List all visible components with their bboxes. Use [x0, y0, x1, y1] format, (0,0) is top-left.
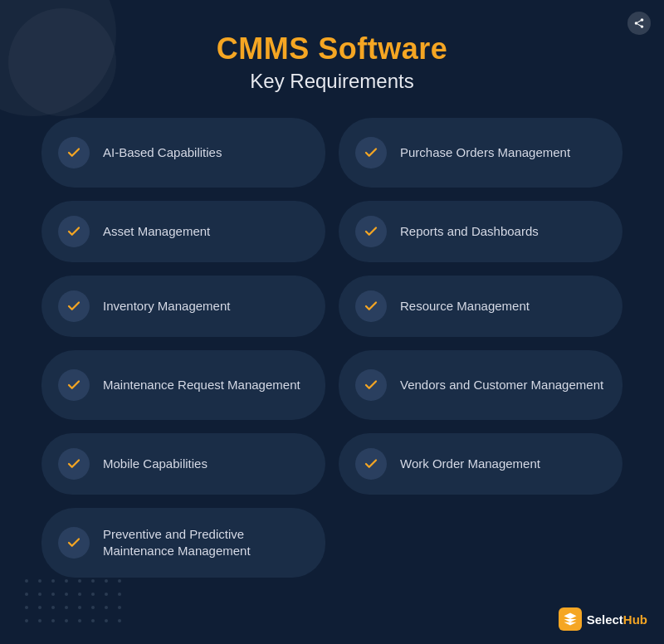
share-icon	[633, 17, 645, 29]
check-circle-reports	[355, 216, 387, 247]
decoration-dot	[105, 593, 108, 596]
decoration-dot	[25, 619, 28, 622]
item-card-ai-based: AI-Based Capabilities	[42, 118, 325, 188]
check-circle-inventory	[58, 290, 90, 322]
requirements-grid: AI-Based Capabilities Purchase Orders Ma…	[0, 110, 664, 594]
decoration-dot	[51, 619, 55, 622]
decoration-dot	[51, 606, 55, 609]
decoration-dot	[78, 593, 81, 596]
check-circle-vendors	[355, 369, 387, 401]
check-circle-asset	[58, 216, 90, 247]
dots-decoration	[25, 579, 126, 627]
check-icon	[364, 224, 378, 239]
decoration-dot	[51, 593, 55, 596]
check-icon	[364, 456, 378, 471]
item-label-inventory: Inventory Management	[103, 298, 230, 315]
check-icon	[66, 535, 81, 550]
item-label-preventive: Preventive and Predictive Maintenance Ma…	[103, 526, 309, 560]
decoration-dot	[51, 579, 55, 583]
decoration-dot	[25, 606, 28, 609]
check-circle-resource	[355, 290, 387, 322]
decoration-dot	[65, 593, 68, 596]
decoration-dot	[65, 606, 68, 609]
decoration-dot	[105, 579, 108, 583]
check-icon	[66, 224, 81, 239]
item-card-maintenance-request: Maintenance Request Management	[42, 350, 325, 420]
decoration-dot	[105, 619, 108, 622]
item-label-purchase-orders: Purchase Orders Management	[400, 144, 570, 161]
bg-circle-inner	[8, 8, 116, 116]
item-label-asset: Asset Management	[103, 223, 210, 240]
selecthub-logo-icon	[563, 612, 578, 627]
decoration-dot	[38, 619, 42, 622]
item-card-mobile: Mobile Capabilities	[42, 433, 325, 495]
decoration-dot	[91, 579, 95, 583]
empty-cell	[339, 508, 622, 578]
item-card-inventory: Inventory Management	[42, 276, 325, 337]
check-icon	[364, 378, 378, 393]
decoration-dot	[105, 606, 108, 609]
item-label-resource: Resource Management	[400, 298, 530, 315]
item-card-reports: Reports and Dashboards	[339, 201, 622, 262]
check-circle-preventive	[58, 527, 90, 559]
item-card-work-order: Work Order Management	[339, 433, 622, 495]
decoration-dot	[91, 606, 95, 609]
selecthub-icon	[559, 607, 582, 631]
check-icon	[364, 299, 378, 314]
check-icon	[66, 299, 81, 314]
decoration-dot	[65, 619, 68, 622]
item-label-vendors: Vendors and Customer Management	[400, 377, 603, 393]
selecthub-logo: SelectHub	[559, 607, 647, 631]
item-card-asset: Asset Management	[42, 201, 325, 262]
decoration-dot	[38, 606, 42, 609]
selecthub-brand-text: SelectHub	[587, 612, 647, 627]
check-icon	[66, 378, 81, 393]
check-circle-purchase-orders	[355, 137, 387, 168]
decoration-dot	[25, 593, 28, 596]
check-circle-mobile	[58, 448, 90, 480]
decoration-dot	[65, 579, 68, 583]
decoration-dot	[38, 593, 42, 596]
check-icon	[364, 145, 378, 160]
decoration-dot	[118, 593, 121, 596]
item-label-reports: Reports and Dashboards	[400, 223, 539, 240]
check-circle-work-order	[355, 448, 387, 480]
decoration-dot	[118, 579, 121, 583]
item-card-preventive: Preventive and Predictive Maintenance Ma…	[42, 508, 325, 578]
item-label-ai-based: AI-Based Capabilities	[103, 144, 222, 161]
item-card-vendors: Vendors and Customer Management	[339, 350, 622, 420]
item-label-mobile: Mobile Capabilities	[103, 456, 208, 472]
check-circle-maintenance-request	[58, 369, 90, 401]
check-icon	[66, 145, 81, 160]
check-circle-ai-based	[58, 137, 90, 168]
decoration-dot	[78, 606, 81, 609]
item-card-resource: Resource Management	[339, 276, 622, 337]
check-icon	[66, 456, 81, 471]
item-label-maintenance-request: Maintenance Request Management	[103, 377, 300, 393]
decoration-dot	[78, 579, 81, 583]
decoration-dot	[38, 579, 42, 583]
decoration-dot	[91, 593, 95, 596]
decoration-dot	[78, 619, 81, 622]
share-button[interactable]	[627, 12, 651, 35]
decoration-dot	[91, 619, 95, 622]
decoration-dot	[118, 619, 121, 622]
item-card-purchase-orders: Purchase Orders Management	[339, 118, 622, 188]
decoration-dot	[25, 579, 28, 583]
decoration-dot	[118, 606, 121, 609]
item-label-work-order: Work Order Management	[400, 456, 540, 472]
